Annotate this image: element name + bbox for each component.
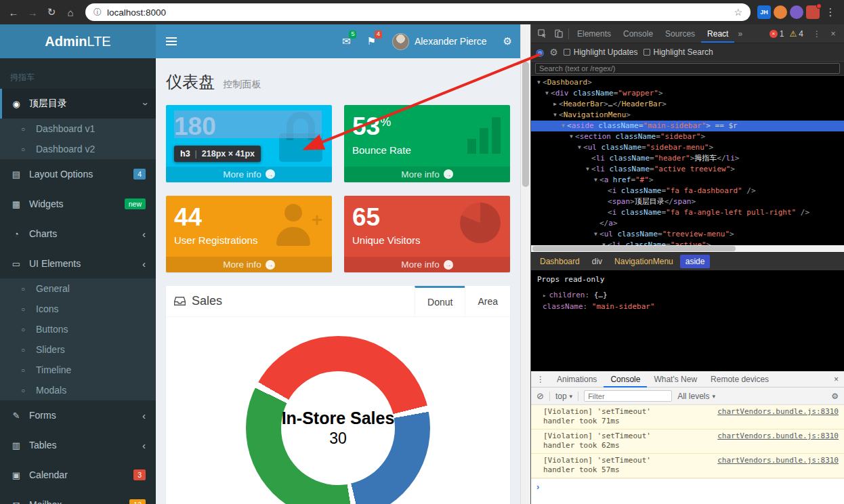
react-tree-row[interactable]: ▶<HeaderBar>…</HeaderBar> [531, 99, 844, 110]
sales-tab-donut[interactable]: Donut [415, 286, 465, 316]
more-tabs-icon[interactable]: » [734, 29, 746, 39]
react-tree-row[interactable]: ▼<ul className="treeview-menu"> [531, 229, 844, 240]
console-tab-remote-devices[interactable]: Remote devices [704, 371, 776, 387]
console-tab-animations[interactable]: Animations [550, 371, 604, 387]
hscroll-thumb[interactable] [532, 246, 736, 251]
console-source-link[interactable]: chartVendors.bundle.js:8310 [717, 407, 839, 417]
messages-menu[interactable]: ✉ 5 [334, 24, 359, 58]
console-tab-what-s-new[interactable]: What's New [647, 371, 704, 387]
scrollbar-thumb[interactable] [522, 62, 529, 187]
extension-orange-icon[interactable] [774, 5, 787, 19]
more-info-link[interactable]: More info→ [166, 257, 332, 272]
console-prompt[interactable]: › [531, 478, 844, 495]
sidebar-item-modals[interactable]: ○Modals [0, 380, 156, 400]
react-tree-row[interactable]: ▼<Dashboard> [531, 77, 844, 88]
sidebar-item-layout-options[interactable]: ▤Layout Options4 [0, 159, 156, 189]
react-tree-row[interactable]: <li className="header">拇指车</li> [531, 153, 844, 164]
context-selector[interactable]: top▾ [555, 392, 572, 401]
extension-grid-icon[interactable] [806, 5, 820, 19]
url-bar[interactable]: ⓘ localhost:8000 ☆ [85, 3, 751, 21]
sidebar-item-buttons[interactable]: ○Buttons [0, 319, 156, 339]
bookmark-star-icon[interactable]: ☆ [734, 7, 742, 18]
sidebar-item-top-menu[interactable]: ◉顶层目录‹ [0, 89, 156, 119]
notifications-menu[interactable]: ⚑ 4 [358, 24, 383, 58]
page-title: 仪表盘 [166, 72, 215, 91]
more-info-link[interactable]: More info→ [166, 167, 332, 182]
console-tab-console[interactable]: Console [604, 371, 647, 387]
sidebar-item-dashboard-v2[interactable]: ○Dashboard v2 [0, 139, 156, 159]
breadcrumb-item-navigationmenu[interactable]: NavigationMenu [609, 255, 679, 268]
sidebar-item-tables[interactable]: ▥Tables‹ [0, 430, 156, 460]
react-search-input[interactable] [535, 63, 840, 74]
sidebar-item-widgets[interactable]: ▦Widgetsnew [0, 189, 156, 219]
react-tree-row[interactable]: ▼<div className="wrapper"> [531, 88, 844, 99]
highlight-updates-checkbox[interactable]: Highlight Updates [564, 47, 638, 57]
warning-count[interactable]: ⚠ 4 [790, 29, 803, 39]
more-info-link[interactable]: More info→ [344, 257, 510, 272]
react-tree-row[interactable]: ▼<a href="#"> [531, 175, 844, 186]
react-tree-row[interactable]: <span>顶层目录</span> [531, 196, 844, 207]
extension-purple-icon[interactable] [790, 5, 803, 19]
sidebar-item-dashboard-v1[interactable]: ○Dashboard v1 [0, 119, 156, 139]
drawer-close-icon[interactable]: × [828, 375, 844, 384]
sidebar-item-timeline[interactable]: ○Timeline [0, 360, 156, 380]
breadcrumb-item-div[interactable]: div [587, 255, 608, 268]
devtools-close-icon[interactable]: × [825, 29, 841, 39]
react-tree-row[interactable]: </a> [531, 218, 844, 229]
breadcrumb-item-dashboard[interactable]: Dashboard [534, 255, 585, 268]
console-settings-icon[interactable]: ⚙ [831, 392, 839, 401]
sidebar-item-mailbox[interactable]: ✉Mailbox12 [0, 490, 156, 504]
log-level-selector[interactable]: All levels▾ [677, 392, 715, 401]
react-tree-row[interactable]: ▼<NavigationMenu> [531, 110, 844, 121]
user-menu[interactable]: Alexander Pierce [384, 33, 495, 50]
app-logo[interactable]: AdminLTE [0, 24, 156, 58]
sidebar-item-sliders[interactable]: ○Sliders [0, 339, 156, 360]
page-scrollbar[interactable] [520, 24, 530, 504]
pie-icon: ◔ [10, 229, 22, 239]
sidebar-item-icons[interactable]: ○Icons [0, 299, 156, 319]
breadcrumb-item-aside[interactable]: aside [680, 255, 711, 268]
drawer-menu-icon[interactable]: ⋮ [531, 375, 550, 384]
react-tree-row[interactable]: <i className="fa fa-angle-left pull-righ… [531, 207, 844, 218]
prop-row[interactable]: className: "main-sidebar" [537, 301, 838, 312]
sidebar-toggle-button[interactable] [156, 24, 187, 58]
prop-row[interactable]: ▸children: {…} [537, 289, 838, 301]
site-info-icon[interactable]: ⓘ [93, 7, 102, 18]
react-settings-gear-icon[interactable]: ⚙ [549, 47, 558, 58]
react-tree-row[interactable]: ▼<ul className="sidebar-menu"> [531, 142, 844, 153]
sidebar-item-general[interactable]: ○General [0, 278, 156, 299]
tree-horizontal-scrollbar[interactable] [531, 245, 844, 252]
sidebar-item-ui-elements[interactable]: ▭UI Elements‹ [0, 249, 156, 278]
react-tree-row[interactable]: <i className="fa fa-dashboard" /> [531, 186, 844, 196]
devtools-tab-console[interactable]: Console [617, 24, 659, 43]
sales-tab-area[interactable]: Area [465, 286, 510, 316]
devtools-tab-sources[interactable]: Sources [659, 24, 701, 43]
inspect-element-icon[interactable] [534, 29, 550, 38]
react-tree-row[interactable]: ▼<li className="active treeview"> [531, 164, 844, 175]
react-tree-row[interactable]: ▼<li className="active"> [531, 240, 844, 245]
home-icon[interactable]: ⌂ [62, 7, 79, 18]
sidebar-item-forms[interactable]: ✎Forms‹ [0, 400, 156, 430]
clear-console-icon[interactable]: ⊘ [536, 391, 544, 401]
device-toolbar-icon[interactable] [550, 29, 566, 38]
reload-icon[interactable]: ↻ [43, 6, 60, 18]
devtools-tab-react[interactable]: React [701, 24, 734, 43]
control-sidebar-toggle[interactable]: ⚙ [495, 24, 520, 58]
sidebar-item-charts[interactable]: ◔Charts‹ [0, 219, 156, 249]
console-source-link[interactable]: chartVendors.bundle.js:8310 [717, 456, 839, 465]
react-tree-row[interactable]: ▼<section className="sidebar"> [531, 131, 844, 142]
back-icon[interactable]: ← [5, 7, 22, 18]
more-info-link[interactable]: More info→ [344, 167, 510, 182]
console-filter-input[interactable] [584, 390, 672, 402]
highlight-search-checkbox[interactable]: Highlight Search [643, 47, 713, 57]
forward-icon[interactable]: → [24, 7, 41, 18]
browser-menu-icon[interactable]: ⋮ [822, 6, 839, 18]
react-inspect-target-icon[interactable]: ◉ [536, 47, 544, 58]
console-source-link[interactable]: chartVendors.bundle.js:8310 [717, 432, 839, 441]
react-tree-row[interactable]: ▼<aside className="main-sidebar"> == $r [531, 121, 844, 131]
error-count[interactable]: × 1 [769, 29, 784, 39]
sidebar-item-calendar[interactable]: ▣Calendar3 [0, 460, 156, 490]
devtools-menu-icon[interactable]: ⋮ [809, 29, 825, 39]
devtools-tab-elements[interactable]: Elements [571, 24, 617, 43]
extension-jh-icon[interactable]: JH [757, 5, 771, 19]
